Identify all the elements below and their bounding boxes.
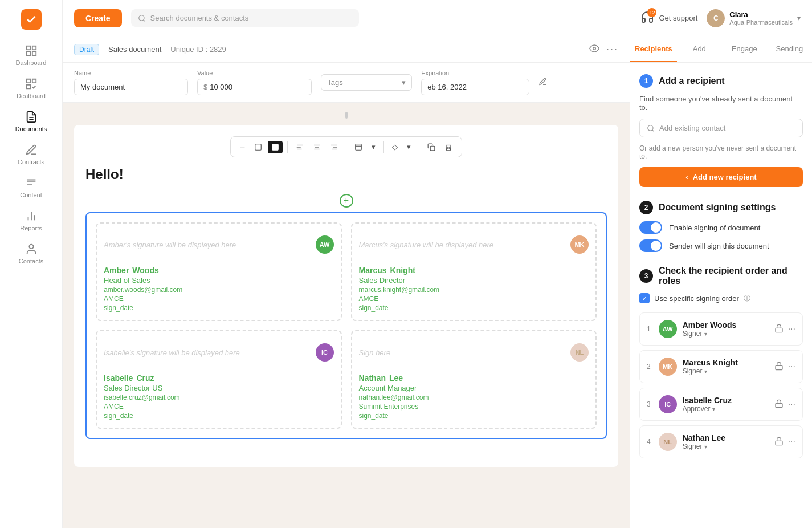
recipient-2-more-icon[interactable]: ···: [788, 362, 795, 372]
search-contact-icon: [647, 124, 655, 132]
search-placeholder: Search documents & contacts: [150, 14, 249, 22]
eye-icon[interactable]: [589, 43, 599, 55]
recipient-4-lock-icon: [774, 437, 784, 448]
sidebar-item-reports-label: Reports: [20, 225, 42, 231]
sender-sign-label: Sender will sign this document: [669, 242, 769, 250]
tab-recipients[interactable]: Recipients: [630, 36, 677, 62]
signature-card-amber: Amber's signature will be displayed here…: [96, 222, 342, 321]
sidebar-item-contracts[interactable]: Contracts: [0, 138, 62, 171]
signing-settings-section: 2 Document signing settings Enable signi…: [639, 201, 803, 252]
sidebar-item-dashboard[interactable]: Dashboard: [0, 39, 62, 72]
name-input[interactable]: [74, 79, 188, 95]
nathan-company: Summit Enterprises: [359, 403, 589, 411]
notification-badge: 12: [647, 8, 656, 17]
value-input[interactable]: [210, 83, 305, 91]
document-status-badge: Draft: [74, 44, 99, 55]
expiry-field: Expiration: [421, 70, 529, 95]
sidebar-item-contacts[interactable]: Contacts: [0, 237, 62, 270]
tab-sending[interactable]: Sending: [767, 36, 812, 62]
recipient-3-name: Isabelle Cruz: [683, 396, 769, 405]
recipient-1-more-icon[interactable]: ···: [788, 324, 795, 334]
diamond-chevron-tool[interactable]: ▾: [403, 140, 414, 153]
recipient-3-more-icon[interactable]: ···: [788, 399, 795, 409]
diamond-tool[interactable]: ◇: [389, 140, 401, 153]
sidebar-item-dealboard[interactable]: Dealboard: [0, 72, 62, 105]
info-icon: ⓘ: [744, 294, 750, 303]
signing-settings-title: Document signing settings: [659, 202, 776, 213]
main-area: Create Search documents & contacts 12 Ge…: [63, 0, 812, 528]
enable-signing-toggle[interactable]: [639, 221, 662, 234]
recipient-3-actions: ···: [774, 399, 795, 410]
sender-sign-row: Sender will sign this document: [639, 239, 803, 252]
sidebar-item-documents[interactable]: Documents: [0, 105, 62, 138]
block-tool[interactable]: [268, 141, 283, 153]
amber-first-name: Amber: [104, 266, 129, 275]
marcus-first-name: Marcus: [359, 266, 387, 275]
svg-rect-12: [255, 144, 262, 150]
tab-engage[interactable]: Engage: [722, 36, 767, 62]
svg-rect-24: [430, 146, 435, 151]
user-area[interactable]: C Clara Aqua-Pharmaceuticals ▾: [707, 9, 801, 27]
delete-tool[interactable]: [441, 141, 456, 153]
amber-avatar: AW: [316, 235, 334, 254]
toolbar-divider-4: [419, 141, 419, 153]
topbar: Create Search documents & contacts 12 Ge…: [63, 0, 812, 36]
recipient-4-role-chevron[interactable]: ▾: [704, 444, 707, 450]
right-panel: Recipients Add Engage Sending 1 Add a re…: [630, 36, 812, 528]
tab-add[interactable]: Add: [677, 36, 722, 62]
sidebar: Dashboard Dealboard Documents Contracts …: [0, 0, 63, 528]
recipient-3-info: Isabelle Cruz Approver ▾: [683, 396, 769, 413]
add-section-button[interactable]: +: [340, 194, 353, 208]
minus-icon[interactable]: −: [236, 142, 248, 152]
recipient-4-actions: ···: [774, 437, 795, 448]
recipient-2-role-chevron[interactable]: ▾: [704, 368, 707, 375]
support-button[interactable]: 12 Get support: [640, 10, 697, 26]
wrap-tool[interactable]: [351, 141, 366, 153]
user-info: Clara Aqua-Pharmaceuticals: [729, 10, 793, 26]
recipient-1-role-chevron[interactable]: ▾: [704, 331, 707, 337]
sidebar-item-content[interactable]: Content: [0, 171, 62, 204]
align-right-tool[interactable]: [327, 141, 341, 153]
nathan-avatar: NL: [570, 343, 589, 362]
recipient-4-more-icon[interactable]: ···: [788, 437, 795, 447]
tags-field[interactable]: Tags ▾: [321, 74, 412, 91]
search-icon: [138, 14, 146, 22]
add-new-recipient-button[interactable]: ‹ Add new recipient: [639, 167, 803, 187]
recipient-1-actions: ···: [774, 324, 795, 335]
expiry-input[interactable]: [421, 79, 529, 95]
copy-tool[interactable]: [424, 141, 439, 153]
enable-signing-row: Enable signing of document: [639, 221, 803, 234]
support-label: Get support: [659, 14, 697, 22]
recipient-2-order: 2: [647, 363, 651, 371]
recipient-card-1: 1 AW Amber Woods Signer ▾: [639, 312, 803, 346]
search-bar[interactable]: Search documents & contacts: [131, 9, 359, 27]
create-button[interactable]: Create: [74, 9, 122, 27]
sender-sign-toggle[interactable]: [639, 239, 662, 252]
recipient-2-role: Signer: [683, 367, 703, 375]
recipient-order-header: 3 Check the recipient order and roles: [639, 266, 803, 286]
select-tool[interactable]: [251, 141, 266, 153]
more-options-icon[interactable]: ···: [606, 43, 618, 55]
isabelle-last-name: Cruz: [136, 373, 154, 383]
document-canvas-wrap: −: [63, 103, 630, 528]
edit-icon[interactable]: [538, 77, 548, 88]
align-left-tool[interactable]: [292, 141, 307, 153]
svg-rect-27: [776, 365, 782, 369]
section-2-number: 2: [639, 201, 653, 214]
recipient-4-name: Nathan Lee: [683, 433, 769, 442]
chevron-tool[interactable]: ▾: [368, 140, 379, 153]
section-3-number: 3: [639, 269, 653, 283]
recipient-4-order: 4: [647, 438, 651, 446]
add-existing-contact-input[interactable]: Add existing contact: [639, 119, 803, 137]
sig-placeholder-nathan: Sign here NL: [359, 338, 589, 367]
signing-order-checkbox[interactable]: ✓: [639, 293, 650, 303]
currency-prefix: $: [203, 83, 207, 91]
svg-rect-29: [776, 441, 782, 445]
recipient-3-role-chevron[interactable]: ▾: [712, 406, 715, 412]
align-center-tool[interactable]: [309, 141, 324, 153]
amber-date: sign_date: [104, 304, 334, 312]
recipient-4-role-row: Signer ▾: [683, 442, 769, 450]
sidebar-item-reports[interactable]: Reports: [0, 204, 62, 237]
signing-settings-header: 2 Document signing settings: [639, 201, 803, 214]
recipient-4-avatar: NL: [659, 433, 677, 451]
